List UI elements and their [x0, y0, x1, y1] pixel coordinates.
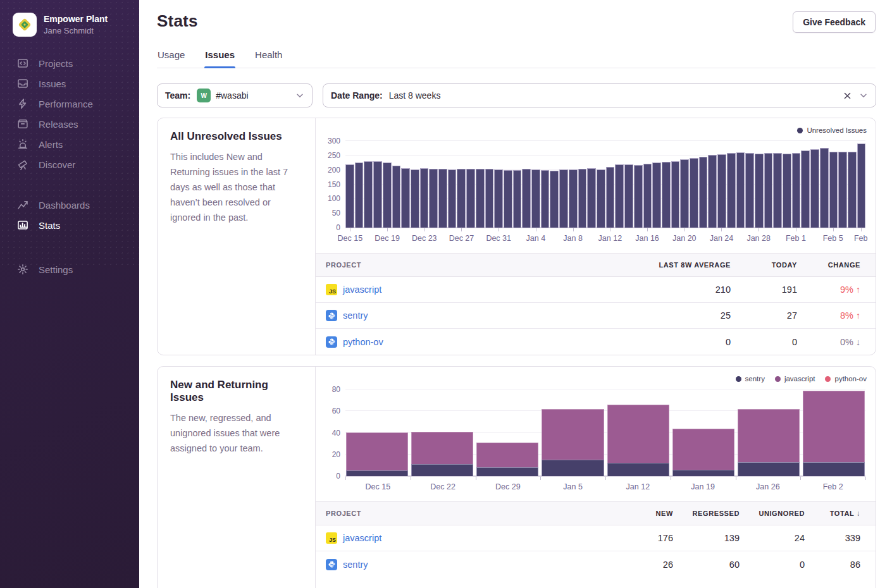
stacked-bar[interactable]: [803, 391, 865, 476]
sidebar-item-dashboards[interactable]: Dashboards: [0, 195, 139, 215]
stacked-bar[interactable]: [738, 409, 800, 476]
stacked-bar[interactable]: [476, 443, 538, 476]
column-header-total[interactable]: TOTAL↓: [805, 509, 876, 518]
bar[interactable]: [624, 164, 633, 228]
sidebar-item-settings[interactable]: Settings: [0, 259, 139, 279]
sidebar-item-label: Settings: [39, 264, 73, 275]
bar[interactable]: [373, 161, 382, 228]
tab-usage[interactable]: Usage: [157, 49, 185, 68]
bar[interactable]: [829, 152, 838, 228]
column-header-today[interactable]: TODAY: [731, 261, 797, 269]
project-link[interactable]: sentry: [343, 560, 368, 570]
column-header-unignored[interactable]: UNIGNORED: [740, 510, 805, 517]
bar[interactable]: [764, 153, 773, 228]
give-feedback-button[interactable]: Give Feedback: [793, 11, 876, 33]
column-header-project[interactable]: PROJECT: [316, 510, 610, 517]
tab-issues[interactable]: Issues: [204, 49, 235, 68]
bar[interactable]: [513, 170, 522, 228]
org-switcher[interactable]: Empower Plant Jane Schmidt: [0, 0, 139, 53]
column-header-change[interactable]: CHANGE: [797, 261, 876, 269]
bar[interactable]: [848, 152, 857, 228]
bar[interactable]: [559, 169, 568, 228]
bar[interactable]: [652, 162, 661, 228]
bar[interactable]: [476, 169, 485, 228]
stacked-bar[interactable]: [607, 405, 669, 476]
date-range-filter[interactable]: Date Range: Last 8 weeks: [323, 83, 876, 107]
bar[interactable]: [457, 169, 466, 228]
bar[interactable]: [755, 154, 764, 228]
sidebar-item-projects[interactable]: Projects: [0, 53, 139, 73]
project-link[interactable]: sentry: [343, 310, 368, 321]
bar[interactable]: [448, 169, 457, 228]
bar[interactable]: [541, 170, 550, 228]
x-tick: [540, 477, 541, 480]
bar[interactable]: [485, 169, 494, 228]
bar[interactable]: [727, 153, 736, 228]
bar[interactable]: [345, 164, 354, 228]
bar[interactable]: [671, 161, 680, 228]
stacked-bar[interactable]: [411, 432, 473, 476]
stacked-bar[interactable]: [542, 409, 604, 476]
clear-date-icon[interactable]: [843, 92, 852, 100]
bar[interactable]: [717, 154, 726, 228]
bar[interactable]: [783, 154, 791, 228]
x-axis-label: Dec 29: [495, 482, 521, 491]
bar[interactable]: [438, 169, 447, 228]
column-header-new[interactable]: NEW: [610, 510, 673, 517]
sidebar-item-stats[interactable]: Stats: [0, 215, 139, 235]
sidebar-item-releases[interactable]: Releases: [0, 114, 139, 134]
team-filter[interactable]: Team: W #wasabi: [157, 83, 313, 107]
bar[interactable]: [355, 162, 364, 228]
bar[interactable]: [606, 167, 615, 228]
stacked-bar[interactable]: [346, 432, 408, 476]
bar[interactable]: [597, 169, 605, 228]
x-axis-label: Dec 31: [486, 234, 511, 243]
bar[interactable]: [364, 161, 373, 228]
bar[interactable]: [745, 153, 754, 228]
bar[interactable]: [411, 169, 419, 228]
bar[interactable]: [801, 150, 810, 228]
bar[interactable]: [792, 153, 801, 228]
bar[interactable]: [383, 162, 392, 228]
bar[interactable]: [392, 166, 401, 228]
bar[interactable]: [401, 168, 410, 228]
column-header-project[interactable]: PROJECT: [316, 261, 604, 269]
bar[interactable]: [680, 159, 689, 228]
project-link[interactable]: python-ov: [343, 337, 383, 347]
bar[interactable]: [531, 169, 540, 228]
bar[interactable]: [615, 164, 624, 228]
bar[interactable]: [810, 149, 819, 228]
bar[interactable]: [662, 162, 671, 228]
project-link[interactable]: javascript: [343, 285, 381, 295]
bar[interactable]: [820, 148, 829, 228]
column-header-last-8w-average[interactable]: LAST 8W AVERAGE: [604, 261, 731, 269]
project-link[interactable]: javascript: [343, 533, 381, 543]
bar[interactable]: [522, 169, 531, 228]
bar[interactable]: [773, 153, 782, 228]
x-axis-label: Dec 23: [412, 234, 437, 243]
bar[interactable]: [699, 157, 708, 228]
bar[interactable]: [708, 155, 717, 228]
bar[interactable]: [429, 169, 438, 228]
bar[interactable]: [736, 152, 745, 228]
bar[interactable]: [838, 152, 847, 228]
bar[interactable]: [504, 170, 512, 228]
sidebar-item-issues[interactable]: Issues: [0, 73, 139, 94]
bar[interactable]: [587, 168, 596, 228]
column-header-regressed[interactable]: REGRESSED: [673, 510, 740, 517]
bar[interactable]: [857, 144, 866, 228]
tab-health[interactable]: Health: [254, 49, 283, 68]
bar[interactable]: [643, 164, 652, 228]
bar[interactable]: [578, 169, 587, 228]
sidebar-item-discover[interactable]: Discover: [0, 154, 139, 175]
bar[interactable]: [420, 168, 429, 228]
bar[interactable]: [466, 169, 475, 228]
stacked-bar[interactable]: [672, 429, 734, 476]
bar[interactable]: [690, 158, 698, 228]
sidebar-item-alerts[interactable]: Alerts: [0, 134, 139, 154]
bar[interactable]: [494, 169, 503, 228]
bar[interactable]: [569, 169, 578, 228]
bar[interactable]: [550, 171, 559, 228]
bar[interactable]: [634, 165, 643, 228]
sidebar-item-performance[interactable]: Performance: [0, 94, 139, 114]
